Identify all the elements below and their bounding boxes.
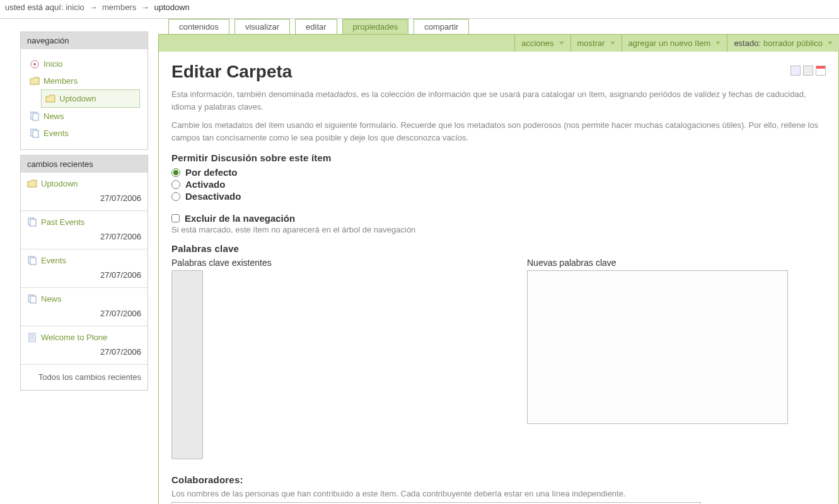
- breadcrumb: usted está aquí: inicio → members → upto…: [0, 0, 839, 19]
- recent-item[interactable]: Welcome to Plone 27/07/2006: [21, 326, 148, 365]
- recent-date: 27/07/2006: [27, 309, 141, 318]
- recent-date: 27/07/2006: [27, 270, 141, 280]
- action-label: agregar un nuevo ítem: [628, 38, 711, 48]
- nav-item-inicio[interactable]: Inicio: [28, 55, 140, 72]
- radio-desactivado-input[interactable]: [171, 192, 180, 201]
- nav-item-events[interactable]: Events: [28, 125, 140, 142]
- svg-rect-11: [30, 296, 36, 303]
- recent-link[interactable]: Events: [41, 256, 66, 265]
- multipage-icon: [27, 218, 37, 227]
- folder-icon: [30, 77, 40, 86]
- existing-keywords-label: Palabras clave existentes: [171, 258, 272, 268]
- breadcrumb-arrow-icon: →: [89, 3, 97, 12]
- calendar-icon[interactable]: [816, 66, 826, 76]
- tab-compartir[interactable]: compartir: [414, 19, 469, 34]
- action-agregar[interactable]: agregar un nuevo ítem: [622, 35, 727, 52]
- contributors-help: Los nombres de las personas que han cont…: [171, 489, 826, 498]
- recent-date: 27/07/2006: [27, 347, 141, 357]
- content-area: Editar Carpeta Esta información, también…: [158, 52, 839, 504]
- all-recent-changes-link[interactable]: Todos los cambios recientes: [21, 365, 148, 390]
- recent-item[interactable]: Events 27/07/2006: [21, 249, 148, 288]
- content-tabs: contenidos visualizar editar propiedades…: [158, 19, 839, 34]
- breadcrumb-members[interactable]: members: [102, 3, 136, 12]
- multipage-icon: [27, 256, 37, 265]
- contributors-section-title: Colaboradores:: [171, 474, 826, 485]
- page-title: Editar Carpeta: [171, 62, 826, 82]
- nav-item-uptodown[interactable]: Uptodown: [41, 89, 140, 108]
- new-keywords-label: Nuevas palabras clave: [527, 258, 788, 268]
- breadcrumb-inicio[interactable]: inicio: [66, 3, 84, 12]
- exclude-navigation-label: Excluir de la navegación: [185, 213, 295, 224]
- keywords-section-title: Palabras clave: [171, 243, 826, 254]
- existing-keywords-select[interactable]: [171, 270, 203, 459]
- discussion-radio-group: Por defecto Activado Desactivado: [171, 167, 826, 202]
- chevron-down-icon: [715, 42, 720, 45]
- multipage-icon: [30, 129, 40, 138]
- document-actions: [790, 66, 826, 76]
- recent-item[interactable]: News 27/07/2006: [21, 288, 148, 326]
- description-1: Esta información, también denominada met…: [171, 88, 826, 113]
- breadcrumb-arrow-icon: →: [141, 3, 149, 12]
- radio-default-input[interactable]: [171, 168, 180, 177]
- radio-activado-input[interactable]: [171, 180, 180, 189]
- action-estado[interactable]: estado: borrador público: [727, 35, 839, 52]
- svg-rect-9: [30, 258, 36, 265]
- tab-contenidos[interactable]: contenidos: [168, 19, 229, 34]
- tab-visualizar[interactable]: visualizar: [234, 19, 290, 34]
- nav-item-news[interactable]: News: [28, 108, 140, 125]
- svg-rect-3: [33, 113, 38, 120]
- action-label: mostrar: [577, 38, 605, 48]
- recent-date: 27/07/2006: [27, 193, 141, 203]
- folder-icon: [45, 94, 55, 103]
- recent-link[interactable]: Past Events: [41, 217, 84, 227]
- chevron-down-icon: [610, 42, 615, 45]
- multipage-icon: [27, 295, 37, 304]
- new-keywords-textarea[interactable]: [527, 270, 788, 424]
- nav-link-members[interactable]: Members: [43, 76, 78, 86]
- tab-editar[interactable]: editar: [295, 19, 337, 34]
- estado-value: borrador público: [763, 38, 823, 48]
- description-2: Cambie los metadatos del ítem usando el …: [171, 119, 826, 144]
- home-icon: [30, 60, 40, 69]
- recent-link[interactable]: Welcome to Plone: [41, 333, 107, 342]
- tab-propiedades[interactable]: propiedades: [342, 19, 409, 34]
- svg-rect-7: [30, 219, 36, 226]
- nav-item-members[interactable]: Members: [28, 72, 140, 89]
- recent-changes-header: cambios recientes: [21, 156, 148, 173]
- recent-link[interactable]: Uptodown: [41, 179, 78, 188]
- recent-link[interactable]: News: [41, 294, 62, 304]
- svg-rect-5: [33, 130, 38, 137]
- page-icon: [27, 333, 37, 342]
- svg-point-1: [33, 63, 36, 66]
- recent-item[interactable]: Past Events 27/07/2006: [21, 211, 148, 249]
- exclude-navigation-help: Si está marcado, este ítem no aparecerá …: [171, 225, 826, 234]
- radio-default[interactable]: Por defecto: [171, 167, 826, 178]
- chevron-down-icon: [828, 42, 833, 45]
- nav-link-news[interactable]: News: [43, 112, 64, 121]
- nav-link-uptodown[interactable]: Uptodown: [59, 94, 96, 103]
- recent-changes-portlet: cambios recientes Uptodown 27/07/2006 Pa…: [20, 155, 148, 391]
- breadcrumb-label: usted está aquí:: [5, 3, 64, 12]
- navigation-portlet: navegación Inicio Members Uptodown News: [20, 32, 148, 150]
- print-icon[interactable]: [803, 66, 813, 76]
- multipage-icon: [30, 112, 40, 121]
- chevron-down-icon: [559, 42, 564, 45]
- mail-icon[interactable]: [790, 66, 801, 76]
- breadcrumb-uptodown[interactable]: uptodown: [154, 3, 189, 12]
- recent-item[interactable]: Uptodown 27/07/2006: [21, 173, 148, 211]
- recent-date: 27/07/2006: [27, 232, 141, 241]
- action-bar: acciones mostrar agregar un nuevo ítem e…: [158, 34, 839, 52]
- action-mostrar[interactable]: mostrar: [570, 35, 622, 52]
- navigation-header: navegación: [21, 32, 148, 49]
- radio-desactivado[interactable]: Desactivado: [171, 191, 826, 202]
- folder-icon: [27, 180, 37, 188]
- action-acciones[interactable]: acciones: [514, 35, 570, 52]
- discussion-section-title: Permitir Discusión sobre este ítem: [171, 152, 826, 163]
- nav-link-inicio[interactable]: Inicio: [43, 59, 62, 69]
- exclude-navigation-checkbox[interactable]: [171, 214, 180, 222]
- estado-label: estado:: [734, 38, 761, 48]
- nav-link-events[interactable]: Events: [43, 129, 69, 138]
- radio-activado[interactable]: Activado: [171, 179, 826, 190]
- action-label: acciones: [521, 38, 553, 48]
